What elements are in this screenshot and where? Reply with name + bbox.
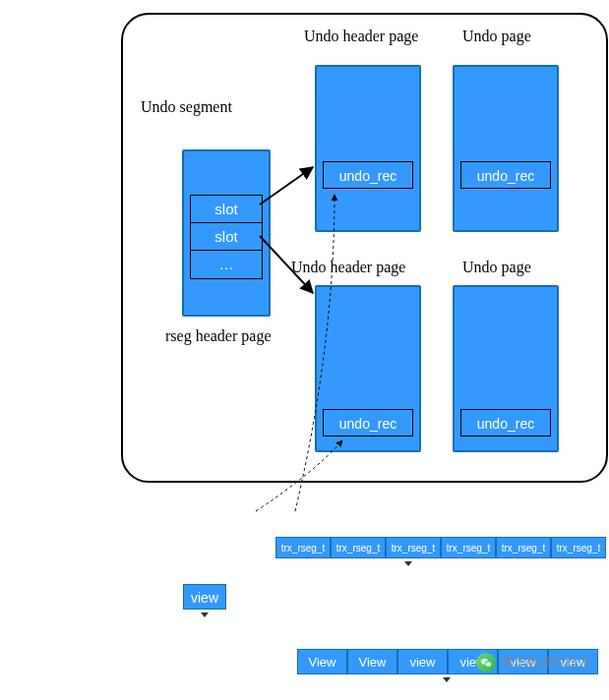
label-undo-page-top: Undo page <box>462 28 531 45</box>
single-view-cell: view <box>183 584 226 610</box>
caret-down-icon <box>404 561 412 566</box>
slot-item: slot <box>191 196 262 223</box>
undo-rec-cell: undo_rec <box>460 161 551 189</box>
trx-rseg-cell: trx_rseg_t <box>386 537 441 558</box>
slot-list: slot slot … <box>190 195 263 279</box>
undo-header-page-bottom: undo_rec <box>315 285 421 452</box>
trx-rseg-cell: trx_rseg_t <box>331 537 386 558</box>
trx-rseg-row: trx_rseg_t trx_rseg_t trx_rseg_t trx_rse… <box>275 537 606 558</box>
undo-page-bottom: undo_rec <box>453 285 559 452</box>
view-cell: View <box>347 649 397 674</box>
slot-item: slot <box>191 223 262 251</box>
label-undo-page-mid: Undo page <box>462 259 531 276</box>
view-cell: View <box>297 649 347 674</box>
trx-rseg-cell: trx_rseg_t <box>551 537 606 558</box>
label-undo-segment: Undo segment <box>141 98 232 116</box>
caret-down-icon <box>443 677 451 682</box>
rseg-header-page: slot slot … <box>182 149 271 317</box>
label-undo-header-top: Undo header page <box>304 28 418 45</box>
label-rseg-header: rseg header page <box>165 327 272 345</box>
view-cell: view <box>397 649 448 674</box>
slot-item: … <box>191 251 262 278</box>
watermark-text: 腾讯数据库技术 <box>502 654 591 671</box>
label-undo-header-mid: Undo header page <box>291 259 405 276</box>
wechat-icon <box>476 653 496 672</box>
undo-page-top: undo_rec <box>453 65 559 232</box>
undo-header-page-top: undo_rec <box>315 65 421 232</box>
undo-rec-cell: undo_rec <box>323 161 413 189</box>
trx-rseg-cell: trx_rseg_t <box>275 537 331 558</box>
watermark: 腾讯数据库技术 <box>476 653 591 672</box>
undo-rec-cell: undo_rec <box>460 409 551 437</box>
caret-down-icon <box>201 612 209 617</box>
trx-rseg-cell: trx_rseg_t <box>441 537 496 558</box>
trx-rseg-cell: trx_rseg_t <box>496 537 551 558</box>
undo-rec-cell: undo_rec <box>323 409 413 437</box>
